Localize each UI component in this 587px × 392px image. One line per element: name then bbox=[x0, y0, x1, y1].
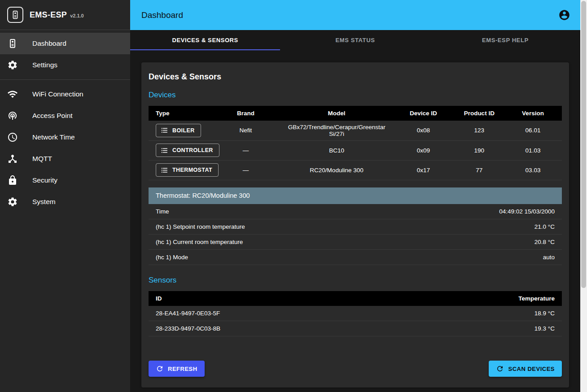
sidebar-item-security[interactable]: Security bbox=[0, 170, 130, 191]
access-point-icon bbox=[7, 110, 18, 121]
column-header-product-id: Product ID bbox=[455, 106, 504, 121]
devices-table: Type Brand Model Device ID Product ID Ve… bbox=[149, 106, 562, 180]
thermostat-row-value: 21.0 °C bbox=[534, 223, 555, 230]
thermostat-row-value: 04:49:02 15/03/2000 bbox=[499, 208, 555, 215]
product-id: 190 bbox=[455, 140, 504, 160]
device-version: 01.03 bbox=[504, 140, 562, 160]
tab-ems-status[interactable]: EMS STATUS bbox=[280, 30, 430, 50]
device-model: RC20/Moduline 300 bbox=[281, 160, 393, 180]
device-id: 0x17 bbox=[392, 160, 454, 180]
thermostat-row-label: (hc 1) Setpoint room temperature bbox=[156, 223, 245, 230]
device-version: 06.01 bbox=[504, 121, 562, 140]
device-row-thermostat: THERMOSTAT — RC20/Moduline 300 0x17 77 0… bbox=[149, 160, 562, 180]
card-actions: REFRESH SCAN DEVICES bbox=[149, 347, 562, 377]
lock-icon bbox=[7, 175, 18, 186]
tab-label: EMS STATUS bbox=[336, 37, 375, 44]
sensors-heading: Sensors bbox=[149, 276, 562, 285]
app-version: v2.1.0 bbox=[70, 13, 84, 18]
tab-ems-esp-help[interactable]: EMS-ESP HELP bbox=[430, 30, 580, 50]
sidebar-item-network-time[interactable]: Network Time bbox=[0, 126, 130, 148]
product-id: 77 bbox=[455, 160, 504, 180]
sensor-id: 28-233D-9497-0C03-8B bbox=[149, 321, 355, 336]
refresh-button-label: REFRESH bbox=[168, 366, 197, 372]
device-version: 03.03 bbox=[504, 160, 562, 180]
sensors-table-header-row: ID Temperature bbox=[149, 291, 562, 306]
device-type-button-boiler[interactable]: BOILER bbox=[156, 124, 201, 137]
page-title: Dashboard bbox=[141, 10, 183, 20]
sidebar-item-mqtt[interactable]: MQTT bbox=[0, 148, 130, 170]
content-area: Devices & Sensors Devices Type Brand Mod… bbox=[130, 50, 580, 392]
device-type-label: THERMOSTAT bbox=[172, 167, 212, 173]
clock-icon bbox=[7, 132, 18, 143]
thermostat-row-label: (hc 1) Mode bbox=[156, 254, 188, 261]
refresh-icon bbox=[156, 365, 164, 373]
device-type-label: BOILER bbox=[172, 127, 195, 134]
devices-heading: Devices bbox=[149, 91, 562, 100]
sensors-table: ID Temperature 28-EA41-9497-0E03-5F 18.9… bbox=[149, 291, 562, 337]
thermostat-row-label: (hc 1) Current room temperature bbox=[156, 239, 243, 245]
vertical-scrollbar[interactable] bbox=[580, 0, 587, 392]
device-row-controller: CONTROLLER — BC10 0x09 190 01.03 bbox=[149, 140, 562, 160]
sidebar-item-wifi-connection[interactable]: WiFi Connection bbox=[0, 83, 130, 105]
device-brand: — bbox=[210, 140, 281, 160]
column-header-model: Model bbox=[281, 106, 393, 121]
device-type-button-thermostat[interactable]: THERMOSTAT bbox=[156, 163, 219, 177]
device-id: 0x08 bbox=[392, 121, 454, 140]
tab-label: DEVICES & SENSORS bbox=[172, 37, 238, 44]
sidebar-item-label: WiFi Connection bbox=[32, 90, 83, 98]
sensor-temperature: 18.9 °C bbox=[355, 306, 562, 321]
ems-esp-logo-icon bbox=[7, 7, 23, 23]
app-name: EMS-ESP bbox=[30, 10, 67, 20]
sidebar-item-label: Access Point bbox=[32, 112, 73, 120]
thermostat-panel-header: Thermostat: RC20/Moduline 300 bbox=[149, 187, 562, 204]
sidebar-item-dashboard[interactable]: Dashboard bbox=[0, 33, 130, 54]
sidebar-item-label: Settings bbox=[32, 61, 57, 69]
sidebar-nav: Dashboard Settings WiFi Connection Acc bbox=[0, 30, 130, 213]
device-brand: Nefit bbox=[210, 121, 281, 140]
account-circle-icon bbox=[558, 9, 570, 21]
column-header-version: Version bbox=[504, 106, 562, 121]
scrollbar-thumb[interactable] bbox=[581, 1, 586, 288]
device-model: BC10 bbox=[281, 140, 393, 160]
sidebar: EMS-ESP v2.1.0 Dashboard Settings bbox=[0, 0, 130, 392]
sidebar-item-label: Dashboard bbox=[32, 39, 66, 48]
account-button[interactable] bbox=[554, 5, 574, 25]
sensor-temperature: 19.3 °C bbox=[355, 321, 562, 336]
product-id: 123 bbox=[455, 121, 504, 140]
column-header-device-id: Device ID bbox=[392, 106, 454, 121]
thermostat-row: Time 04:49:02 15/03/2000 bbox=[149, 204, 562, 219]
sidebar-item-system[interactable]: System bbox=[0, 191, 130, 213]
sidebar-item-settings[interactable]: Settings bbox=[0, 54, 130, 76]
sensor-row: 28-233D-9497-0C03-8B 19.3 °C bbox=[149, 321, 562, 336]
thermostat-row: (hc 1) Current room temperature 20.8 °C bbox=[149, 235, 562, 250]
list-icon bbox=[161, 166, 168, 174]
list-icon bbox=[161, 126, 168, 134]
refresh-button[interactable]: REFRESH bbox=[149, 361, 205, 377]
sensor-row: 28-EA41-9497-0E03-5F 18.9 °C bbox=[149, 306, 562, 321]
thermostat-values: Time 04:49:02 15/03/2000 (hc 1) Setpoint… bbox=[149, 204, 562, 265]
sidebar-divider bbox=[0, 79, 130, 80]
gear-icon bbox=[7, 196, 18, 207]
device-brand: — bbox=[210, 160, 281, 180]
device-type-label: CONTROLLER bbox=[172, 147, 213, 153]
device-type-button-controller[interactable]: CONTROLLER bbox=[156, 144, 219, 157]
app-logo-row: EMS-ESP v2.1.0 bbox=[0, 0, 130, 30]
sidebar-item-label: Network Time bbox=[32, 133, 75, 141]
column-header-temperature: Temperature bbox=[355, 291, 562, 306]
device-model: GBx72/Trendline/Cerapur/Greenstar Si/27i bbox=[281, 121, 393, 140]
app-bar: Dashboard bbox=[130, 0, 580, 30]
scan-devices-button[interactable]: SCAN DEVICES bbox=[489, 361, 562, 377]
wifi-icon bbox=[7, 89, 18, 100]
thermostat-row-value: 20.8 °C bbox=[534, 239, 555, 245]
gear-icon bbox=[7, 60, 18, 70]
device-id: 0x09 bbox=[392, 140, 454, 160]
sensor-id: 28-EA41-9497-0E03-5F bbox=[149, 306, 355, 321]
tab-devices-sensors[interactable]: DEVICES & SENSORS bbox=[130, 30, 280, 50]
thermostat-row: (hc 1) Mode auto bbox=[149, 250, 562, 265]
tab-bar: DEVICES & SENSORS EMS STATUS EMS-ESP HEL… bbox=[130, 30, 580, 50]
device-row-boiler: BOILER Nefit GBx72/Trendline/Cerapur/Gre… bbox=[149, 121, 562, 140]
refresh-icon bbox=[496, 365, 504, 373]
thermostat-row: (hc 1) Setpoint room temperature 21.0 °C bbox=[149, 219, 562, 235]
column-header-id: ID bbox=[149, 291, 355, 306]
sidebar-item-access-point[interactable]: Access Point bbox=[0, 105, 130, 126]
